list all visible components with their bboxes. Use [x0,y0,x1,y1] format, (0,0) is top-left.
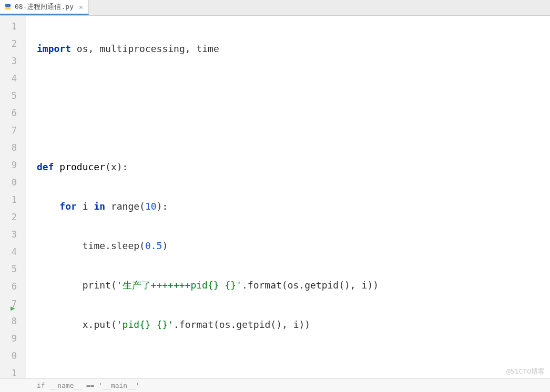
line-number: 8 [0,313,26,330]
code-editor[interactable]: import os, multiprocessing, time def pro… [26,16,550,378]
gutter: 1 2 3 4 5 6 7 8 9 0 1 2 3 4 5 6 ▶7 8 9 0… [0,16,26,378]
tab-bar: 08-进程间通信.py × [0,0,550,16]
code-line: x.put('pid{} {}'.format(os.getpid(), i)) [26,316,550,333]
tab-file[interactable]: 08-进程间通信.py × [0,0,89,15]
line-number: 9 [0,330,26,347]
code-line: import os, multiprocessing, time [26,40,550,57]
line-number: 9 [0,157,26,174]
code-line [26,119,550,136]
line-number: 6 [0,105,26,122]
code-line [26,355,550,373]
line-number: 3 [0,53,26,70]
line-number: 2 [0,35,26,53]
line-number: 0 [0,347,26,365]
line-number: 1 [0,18,26,35]
line-number: 2 [0,209,26,226]
code-line: time.sleep(0.5) [26,237,550,254]
svg-rect-1 [5,7,11,9]
svg-rect-0 [5,4,11,7]
tab-filename: 08-进程间通信.py [15,2,74,12]
editor-area: 1 2 3 4 5 6 7 8 9 0 1 2 3 4 5 6 ▶7 8 9 0… [0,16,550,378]
line-number: 5 [0,261,26,278]
line-number: 3 [0,226,26,243]
line-number: ▶7 [0,295,26,313]
line-number: 6 [0,278,26,295]
code-line: def producer(x): [26,158,550,176]
tab-close-icon[interactable]: × [79,3,83,11]
line-number: 0 [0,174,26,191]
code-line: print('生产了+++++++pid{} {}'.format(os.get… [26,276,550,294]
breadcrumb-bar[interactable]: if __name__ == '__main__' [0,378,550,392]
breadcrumb-text: if __name__ == '__main__' [37,381,140,389]
line-number: 1 [0,365,26,382]
line-number: 7 [0,122,26,139]
code-line: for i in range(10): [26,198,550,215]
code-line [26,79,550,97]
line-number: 4 [0,243,26,261]
line-number: 8 [0,139,26,157]
line-number: 5 [0,87,26,105]
python-file-icon [4,3,12,11]
line-number: 1 [0,191,26,209]
line-number: 4 [0,70,26,87]
